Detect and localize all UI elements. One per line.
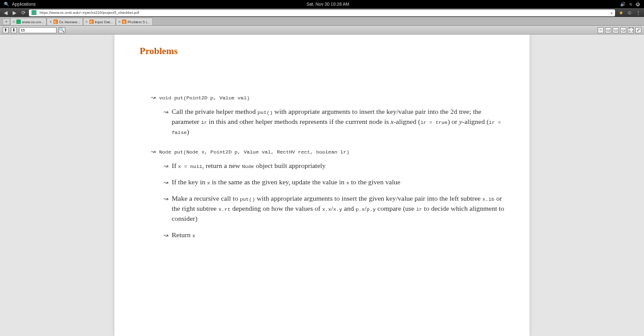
tab-item[interactable]: × C Input Dat... [83,18,116,25]
tab-item[interactable]: × C Cs Homew... [47,18,82,25]
tab-item[interactable]: × C Problem 5 (... [116,18,153,25]
bullet-item: ↝ Make a recursive call to put() with ap… [164,194,504,224]
applications-label[interactable]: Applications [12,2,36,6]
view-toggle2-button[interactable]: ▭ [613,27,619,33]
arrow-icon: ↝ [164,179,168,188]
tab-strip: + × www.cs.um... × C Cs Homew... × C Inp… [0,17,644,26]
os-top-bar: 🔍 Applications Sat, Nov 30 10:28 AM 🔊 ⎋ … [0,0,644,8]
arrow-icon: ↝ [164,108,168,137]
method-signature: ↝Node put(Node x, Point2D p, Value val, … [151,148,504,155]
favicon-icon: C [122,20,126,24]
favicon-icon: C [89,20,94,24]
lock-icon [31,10,36,15]
expand-button[interactable]: ⤢ [635,27,641,33]
menu-icon[interactable]: ⋮ [635,9,641,16]
page-up-button[interactable]: ⬆ [3,27,9,33]
pdf-toolbar: ⬆ ⬇ 🔍 − ▭ ▭ ▭ ⛶ ⤢ [0,26,644,35]
close-icon[interactable]: × [86,20,88,24]
pdf-page: Problems ↝void put(Point2D p, Value val)… [114,35,530,336]
menu-smiley-icon[interactable]: ☺ [626,9,633,16]
arrow-icon: ↝ [164,195,168,224]
tab-label: Problem 5 (... [128,20,150,24]
view-toggle3-button[interactable]: ▭ [620,27,626,33]
bookmark-star-icon[interactable]: ★ [618,9,624,16]
tab-label: Cs Homew... [59,20,80,24]
zoom-out-button[interactable]: − [597,27,604,33]
find-button[interactable]: 🔍 [58,27,65,33]
back-button[interactable]: ◀ [3,9,9,16]
reload-button[interactable]: ⟳ [20,9,26,16]
url-bar[interactable]: ▾ [29,9,615,16]
url-input[interactable] [38,10,611,15]
document-viewport[interactable]: Problems ↝void put(Point2D p, Value val)… [0,35,644,336]
page-title: Problems [140,46,504,57]
bullet-item: ↝ If x = null, return a new Node object … [164,161,504,171]
search-icon: 🔍 [4,2,9,7]
tab-label: Input Dat... [95,20,113,24]
forward-button[interactable]: ▶ [11,9,18,16]
arrow-icon: ↝ [164,162,168,171]
browser-nav: ◀ ▶ ⟳ ▾ ★ ☺ ⋮ [0,8,644,17]
fullscreen-button[interactable]: ⛶ [628,27,634,33]
page-down-button[interactable]: ⬇ [11,27,17,33]
favicon-icon [16,20,21,24]
method-signature: ↝void put(Point2D p, Value val) [151,94,504,101]
volume-icon[interactable]: 🔊 [620,2,626,7]
view-toggle-button[interactable]: ▭ [605,27,611,33]
bluetooth-icon[interactable]: ⎋ [630,2,632,7]
bullet-item: ↝ If the key in x is the same as the giv… [164,177,504,188]
close-icon[interactable]: × [49,20,52,24]
bullet-item: ↝ Call the private helper method put() w… [164,107,504,137]
tab-item[interactable]: × www.cs.um... [10,18,47,25]
tab-label: www.cs.um... [22,20,44,24]
new-tab-button[interactable]: + [3,18,10,25]
power-icon[interactable]: ⏻ [636,2,640,7]
clock: Sat, Nov 30 10:28 AM [36,2,620,6]
arrow-icon: ↝ [151,94,155,101]
dropdown-icon[interactable]: ▾ [611,11,613,15]
arrow-icon: ↝ [151,148,155,155]
close-icon[interactable]: × [13,20,15,24]
page-number-input[interactable] [19,27,57,33]
close-icon[interactable]: × [118,20,121,24]
favicon-icon: C [53,20,58,24]
bullet-item: ↝ Return x [164,230,504,240]
arrow-icon: ↝ [164,232,168,240]
